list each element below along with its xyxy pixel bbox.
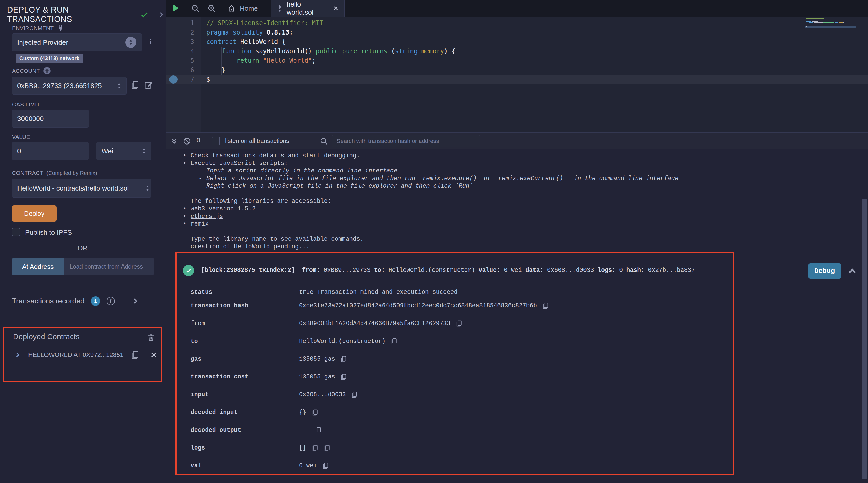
terminal-search-input[interactable] — [337, 138, 475, 145]
code-editor[interactable]: 1// SPDX-License-Identifier: MIT2pragma … — [165, 17, 868, 132]
tx-row-value: 135055 gas — [299, 355, 347, 363]
value-input[interactable] — [17, 147, 83, 155]
code-line: 3contract HelloWorld { — [165, 37, 868, 47]
copy-icon[interactable] — [340, 373, 347, 380]
tx-row: input0x608...d0033 — [177, 391, 733, 399]
spinner-icon — [125, 37, 136, 48]
info-icon[interactable]: i — [106, 297, 115, 305]
run-script-icon[interactable] — [171, 3, 181, 13]
minimap-line — [806, 22, 855, 23]
publish-ipfs-checkbox[interactable] — [12, 228, 20, 236]
transactions-recorded-label: Transactions recorded — [12, 297, 85, 305]
tx-row-value: 0 wei — [299, 462, 329, 470]
terminal-text: Input a script directly in the command l… — [206, 168, 398, 174]
minimap[interactable] — [806, 18, 855, 50]
tx-summary-segment: to: — [374, 267, 389, 274]
copy-contract-icon[interactable] — [130, 350, 140, 359]
account-select[interactable]: 0xBB9...29733 (23.6651825 — [12, 77, 127, 95]
tx-row: val0 wei — [177, 462, 733, 470]
remix-ide-window: DEPLOY & RUN TRANSACTIONS ENVIRONMENT In… — [0, 0, 868, 483]
copy-icon[interactable] — [456, 320, 462, 327]
copy-icon[interactable] — [322, 462, 329, 469]
copy-icon[interactable] — [351, 391, 358, 398]
tab-home-label: Home — [240, 4, 258, 12]
copy-icon[interactable] — [315, 427, 322, 434]
terminal-text: Select a Javascript file in the file exp… — [206, 175, 678, 182]
environment-select[interactable]: Injected Provider — [12, 33, 142, 51]
debug-button[interactable]: Debug — [808, 263, 841, 279]
tx-row-label: to — [191, 337, 198, 345]
expand-terminal-icon[interactable] — [170, 136, 178, 146]
terminal-text: Right click on a JavaScript file in the … — [206, 183, 473, 190]
deployed-contracts-annotation-box: Deployed Contracts HELLOWORLD AT 0X972..… — [3, 327, 162, 382]
tx-summary-segment: 0 — [619, 267, 626, 274]
copy-icon[interactable] — [542, 303, 549, 309]
code-line: 7$ — [165, 75, 868, 84]
deploy-button[interactable]: Deploy — [12, 205, 57, 222]
deployed-contract-item[interactable]: HELLOWORLD AT 0X972...12851 (B — [14, 350, 157, 359]
tx-row-value: {} — [299, 408, 318, 416]
divider — [13, 375, 157, 375]
unit-select[interactable]: Wei — [96, 142, 151, 160]
pending-tx-count: 0 — [196, 136, 200, 144]
code-line: 1// SPDX-License-Identifier: MIT — [165, 18, 868, 28]
tab-hello-world-sol[interactable]: hello world.sol — [271, 0, 345, 17]
close-contract-icon[interactable] — [150, 351, 157, 358]
copy-icon[interactable] — [340, 356, 347, 363]
copy-icon[interactable] — [312, 409, 318, 416]
tx-row-label: gas — [191, 355, 202, 363]
at-address-button[interactable]: At Address — [12, 258, 64, 275]
line-number: 4 — [165, 47, 194, 56]
listen-all-transactions-label: listen on all transactions — [225, 138, 289, 145]
tx-summary[interactable]: [block:23082875 txIndex:2] from: 0xBB9..… — [201, 267, 695, 274]
trash-icon[interactable] — [147, 333, 155, 342]
terminal-line: •ethers.js — [183, 213, 223, 220]
editor-tabbar: Home hello world.sol — [165, 0, 868, 17]
sign-message-icon[interactable] — [144, 81, 153, 89]
copy-icon[interactable] — [323, 445, 330, 451]
tx-row: transaction hash0xce3fe73a72af027ed842a6… — [177, 302, 733, 310]
code-text: pragma solidity 0.8.13; — [206, 28, 293, 37]
collapse-tx-icon[interactable] — [847, 266, 858, 277]
terminal-link[interactable]: web3 version 1.5.2 — [191, 205, 255, 212]
zoom-out-icon[interactable] — [191, 4, 200, 13]
tx-success-icon — [183, 265, 194, 276]
contract-select[interactable]: HelloWorld - contracts/hello world.sol — [12, 179, 151, 198]
zoom-in-icon[interactable] — [207, 4, 216, 13]
copy-icon[interactable] — [312, 445, 318, 451]
expand-transactions-icon[interactable] — [132, 297, 139, 305]
environment-info-icon[interactable]: i — [149, 37, 151, 46]
terminal-text: creation of HelloWorld pending... — [191, 243, 309, 250]
tab-file-label: hello world.sol — [286, 0, 327, 17]
network-badge: Custom (43113) network — [16, 54, 83, 63]
tx-row-label: logs — [191, 444, 205, 452]
tx-row: statustrue Transaction mined and executi… — [177, 288, 733, 296]
copy-account-icon[interactable] — [130, 81, 140, 89]
spinner-icon — [146, 185, 150, 192]
listen-all-transactions-checkbox[interactable] — [212, 137, 220, 145]
compile-success-check-icon — [140, 10, 149, 19]
add-account-icon[interactable] — [43, 67, 51, 75]
copy-icon[interactable] — [391, 338, 398, 345]
gas-limit-input[interactable] — [17, 115, 83, 123]
terminal-text: remix — [191, 221, 209, 227]
tab-home[interactable]: Home — [222, 0, 264, 17]
chevron-right-icon[interactable] — [158, 11, 164, 18]
at-address-input[interactable] — [69, 263, 149, 270]
bullet: - — [198, 182, 206, 190]
bullet: - — [198, 167, 206, 175]
close-tab-icon[interactable] — [333, 5, 339, 11]
tx-summary-segment: 0 wei — [504, 267, 525, 274]
tx-row: decoded output - — [177, 426, 733, 434]
clear-console-icon[interactable] — [183, 137, 191, 145]
tx-row-label: decoded output — [191, 426, 241, 434]
code-line: 2pragma solidity 0.8.13; — [165, 28, 868, 37]
terminal-line: creation of HelloWorld pending... — [183, 243, 309, 251]
terminal-link[interactable]: ethers.js — [191, 213, 223, 220]
expand-contract-icon[interactable] — [14, 352, 21, 358]
terminal-toolbar: 0 listen on all transactions — [165, 133, 868, 149]
vertical-scrollbar[interactable] — [862, 199, 867, 479]
minimap-line — [806, 26, 855, 27]
tx-row-value: true Transaction mined and execution suc… — [299, 288, 458, 296]
tx-row-label: val — [191, 462, 202, 470]
